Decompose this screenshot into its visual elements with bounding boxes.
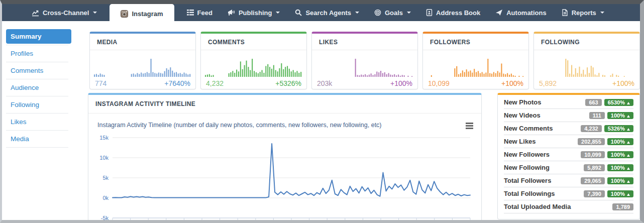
sidebar-item-audience[interactable]: Audience <box>6 80 68 95</box>
nav-item-instagram[interactable]: Instagram <box>110 4 174 23</box>
stat-card-followers[interactable]: FOLLOWERS10,099+100% <box>422 32 529 89</box>
nav-item-cross-channel[interactable]: Cross-Channel <box>24 4 104 21</box>
sparkline-chart-following <box>538 58 635 77</box>
stat-change-badge[interactable]: 100% <box>607 138 633 145</box>
stat-card-change: +100% <box>501 79 523 87</box>
stat-card-likes[interactable]: LIKES203k+100% <box>311 32 418 89</box>
stat-change-badge[interactable]: 100% <box>607 164 633 171</box>
nav-item-address-book[interactable]: Address Book <box>418 4 488 21</box>
stat-value-badge: 1,789 <box>612 203 633 210</box>
caret-up-icon <box>627 115 630 118</box>
stat-value-badge: 10,099 <box>581 151 605 158</box>
timeline-panel-header: INSTAGRAM ACTIVITY TIMELINE <box>88 95 481 114</box>
sidebar-item-comments[interactable]: Comments <box>6 63 68 78</box>
caret-down-icon <box>600 12 604 14</box>
stat-value-badge: 4,232 <box>581 125 602 132</box>
nav-item-label: Instagram <box>132 10 163 18</box>
caret-down-icon <box>93 12 97 14</box>
stat-card-following[interactable]: FOLLOWING5,892+100% <box>533 32 640 89</box>
stat-row-total-uploaded-media: Total Uploaded Media1,789 <box>504 200 633 213</box>
sidebar-row: Summary <box>6 28 68 45</box>
search-icon <box>295 9 302 16</box>
stat-card-change: +100% <box>390 79 412 87</box>
y-axis-tick-label: 10k <box>99 155 109 161</box>
stat-value-badge: 111 <box>589 112 605 119</box>
stat-card-change: +5326% <box>275 79 301 87</box>
y-axis-tick-label: 0k <box>102 195 109 201</box>
stat-card-media[interactable]: MEDIA774+7640% <box>89 32 196 89</box>
sidebar-row: Profiles <box>6 45 68 62</box>
caret-up-icon <box>627 193 630 196</box>
address-book-icon <box>426 9 433 16</box>
stat-card-footer: 5,892+100% <box>539 79 634 87</box>
chart-line-icon <box>32 9 39 17</box>
nav-item-search-agents[interactable]: Search Agents <box>287 4 367 21</box>
stat-value-badge: 663 <box>585 99 601 106</box>
summary-stats-panel: New Photos6636530%New Videos111100%New C… <box>497 93 640 219</box>
sparkline-chart-followers <box>427 58 524 77</box>
stat-row-new-videos: New Videos111100% <box>504 109 633 122</box>
feed-icon <box>187 9 194 16</box>
nav-item-goals[interactable]: Goals <box>367 4 418 21</box>
stat-card-title: COMMENTS <box>201 34 306 50</box>
stat-card-title: MEDIA <box>90 34 195 50</box>
stat-card-footer: 10,099+100% <box>428 79 523 87</box>
sidebar-item-profiles[interactable]: Profiles <box>6 46 68 61</box>
stat-card-value: 203k <box>317 79 332 87</box>
stat-label: Total Followers <box>504 177 578 184</box>
stat-row-new-comments: New Comments4,2325326% <box>504 122 633 135</box>
stat-change-badge[interactable]: 100% <box>607 151 633 158</box>
nav-item-label: Publishing <box>239 9 272 17</box>
nav-item-feed[interactable]: Feed <box>179 4 220 21</box>
sidebar-row: Likes <box>6 114 68 131</box>
stat-change-badge[interactable]: 100% <box>607 190 633 197</box>
nav-item-automations[interactable]: Automations <box>488 4 554 21</box>
stat-label: Total Followings <box>504 190 581 197</box>
sparkline-chart-likes <box>316 58 413 77</box>
sidebar-item-following[interactable]: Following <box>6 97 68 112</box>
stat-card-value: 4,232 <box>206 79 224 87</box>
timeline-series-line <box>113 144 470 198</box>
y-axis-tick-label: 5k <box>102 175 109 181</box>
sidebar-item-summary[interactable]: Summary <box>6 29 71 44</box>
nav-item-label: Feed <box>197 9 212 17</box>
stat-card-value: 774 <box>95 79 106 87</box>
stat-row-new-followers: New Followers10,099100% <box>504 148 633 161</box>
send-icon <box>495 9 503 16</box>
stat-card-footer: 4,232+5326% <box>206 79 301 87</box>
stat-card-change: +100% <box>612 79 634 87</box>
stat-value-badge: 202,855 <box>578 138 605 145</box>
stat-label: Total Uploaded Media <box>504 203 610 210</box>
activity-timeline-chart: 15k10k5k0k-5k16 <box>90 134 478 223</box>
stat-change-badge[interactable]: 100% <box>607 112 633 119</box>
stat-row-new-photos: New Photos6636530% <box>504 96 633 109</box>
stat-card-comments[interactable]: COMMENTS4,232+5326% <box>200 32 307 89</box>
caret-down-icon <box>407 12 411 14</box>
nav-item-publishing[interactable]: Publishing <box>220 4 287 21</box>
nav-item-label: Address Book <box>436 9 480 17</box>
sidebar-row: Following <box>6 96 68 114</box>
caret-down-icon <box>355 12 359 14</box>
sidebar-item-media[interactable]: Media <box>6 132 68 146</box>
stat-card-footer: 203k+100% <box>317 79 412 87</box>
stat-row-total-followers: Total Followers29,065100% <box>504 174 633 187</box>
stat-label: New Videos <box>504 112 587 119</box>
stat-value-badge: 5,892 <box>584 164 605 171</box>
nav-item-reports[interactable]: Reports <box>554 4 612 21</box>
caret-up-icon <box>627 102 630 104</box>
sparkline-chart-media <box>94 58 191 77</box>
sidebar-item-likes[interactable]: Likes <box>6 115 68 129</box>
top-navbar: Cross-ChannelInstagramFeedPublishingSear… <box>2 4 640 21</box>
report-icon <box>562 9 568 16</box>
stat-label: New Followers <box>504 151 578 158</box>
sidebar-row: Media <box>6 131 68 148</box>
stat-change-badge[interactable]: 6530% <box>604 99 633 106</box>
hamburger-menu-icon[interactable] <box>466 123 473 124</box>
caret-up-icon <box>627 128 630 131</box>
stat-change-badge[interactable]: 5326% <box>604 125 633 132</box>
stat-change-badge[interactable]: 100% <box>607 177 633 184</box>
stat-label: New Comments <box>504 125 578 132</box>
stat-row-new-following: New Following5,892100% <box>504 161 633 174</box>
y-axis-tick-label: -5k <box>101 215 109 221</box>
stat-row-total-followings: Total Followings7,390100% <box>504 187 633 200</box>
